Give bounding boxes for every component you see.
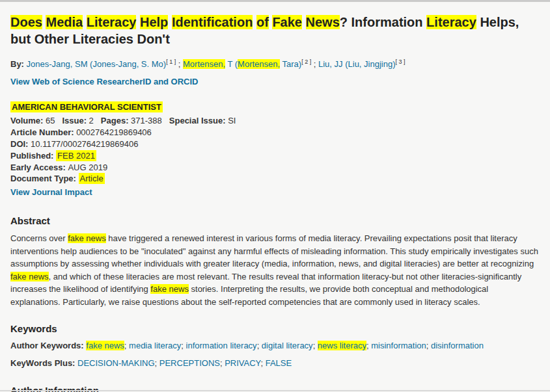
field-value: SI xyxy=(228,116,236,125)
text-segment: fake news xyxy=(68,233,106,243)
text-segment: Fake xyxy=(272,15,302,29)
text-segment: ; xyxy=(426,341,431,350)
text-segment: [ 2 ] xyxy=(301,59,311,65)
field-label: Article Number: xyxy=(10,127,76,137)
journal-field: Issue: 2 xyxy=(62,116,93,125)
researcherid-orcid-link[interactable]: View Web of Science ResearcherID and ORC… xyxy=(10,77,199,86)
author-link[interactable]: Mortensen, xyxy=(183,59,225,69)
field-value: FEB 2021 xyxy=(56,150,96,161)
field-value: 65 xyxy=(46,116,55,125)
field-value: AUG 2019 xyxy=(68,163,107,172)
text-segment: ; xyxy=(176,59,183,69)
journal-field: Pages: 371-388 xyxy=(101,116,162,125)
text-segment: ; xyxy=(313,341,318,350)
text-segment: Help xyxy=(140,15,168,29)
text-segment: fake news xyxy=(150,284,189,294)
text-segment: ; xyxy=(181,341,186,350)
author-link[interactable]: T ( xyxy=(225,59,238,69)
keyword-plus-link[interactable]: FALSE xyxy=(266,358,292,368)
text-segment xyxy=(302,15,306,29)
field-label: Pages: xyxy=(101,116,131,125)
text-segment: ? Information xyxy=(340,15,426,29)
field-value: 2 xyxy=(89,116,94,125)
keyword-plus-link[interactable]: DECISION-MAKING xyxy=(77,358,154,368)
text-segment: [ 3 ] xyxy=(396,59,406,65)
author-keyword-link[interactable]: misinformation xyxy=(371,341,426,350)
text-segment: Literacy xyxy=(426,15,476,29)
journal-field-rows: Article Number: 0002764219869406DOI: 10.… xyxy=(10,127,540,185)
text-segment: Does xyxy=(10,15,42,29)
journal-field: Special Issue: SI xyxy=(169,116,236,125)
text-segment: ; xyxy=(257,341,262,350)
keywords-plus-label: KeyWords Plus: xyxy=(10,358,77,368)
field-value: 0002764219869406 xyxy=(76,127,152,137)
author-keyword-link[interactable]: news literacy xyxy=(318,341,366,350)
author-keyword-link[interactable]: fake news xyxy=(86,341,124,350)
volume-issue-pages-row: Volume: 65Issue: 2Pages: 371-388Special … xyxy=(10,115,540,127)
journal-title: AMERICAN BEHAVIORAL SCIENTIST xyxy=(10,102,540,112)
author-keywords-list: fake news; media literacy; information l… xyxy=(86,341,484,350)
field-value: Article xyxy=(79,173,105,184)
text-segment: Concerns over xyxy=(10,233,68,243)
window-bottom-border xyxy=(0,390,550,391)
field-label: Issue: xyxy=(62,116,89,125)
abstract-section: Abstract Concerns over fake news have tr… xyxy=(10,215,540,308)
journal-field: Published: FEB 2021 xyxy=(10,150,540,162)
field-label: Published: xyxy=(10,151,56,161)
journal-field: Article Number: 0002764219869406 xyxy=(10,127,540,138)
abstract-heading: Abstract xyxy=(10,215,540,226)
journal-info-block: AMERICAN BEHAVIORAL SCIENTIST Volume: 65… xyxy=(10,102,540,198)
text-segment: Literacy xyxy=(87,15,137,29)
text-segment: [ 1 ] xyxy=(166,59,176,65)
author-link[interactable]: Jones-Jang, SM (Jones-Jang, S. Mo) xyxy=(27,59,167,69)
journal-title-text: AMERICAN BEHAVIORAL SCIENTIST xyxy=(10,101,163,112)
author-keywords-label: Author Keywords: xyxy=(10,341,86,350)
keyword-plus-link[interactable]: PERCEPTIONS xyxy=(159,358,220,368)
author-keyword-link[interactable]: digital literacy xyxy=(262,341,313,350)
abstract-text: Concerns over fake news have triggered a… xyxy=(10,232,540,308)
field-label: Volume: xyxy=(10,116,46,125)
text-segment: fake news xyxy=(10,272,49,281)
field-value: 371-388 xyxy=(131,116,162,125)
article-title: Does Media Literacy Help Identification … xyxy=(10,14,531,47)
field-label: Special Issue: xyxy=(169,116,228,125)
text-segment: ; xyxy=(155,358,159,368)
text-segment: Media xyxy=(46,15,83,29)
text-segment: of xyxy=(256,15,269,29)
keywords-heading: Keywords xyxy=(10,323,540,334)
text-segment: ; xyxy=(260,358,265,368)
author-link[interactable]: Mortensen, xyxy=(238,59,280,69)
article-record-page: Does Media Literacy Help Identification … xyxy=(0,2,550,392)
text-segment: By: xyxy=(10,59,27,69)
field-label: DOI: xyxy=(10,139,31,149)
keyword-plus-link[interactable]: PRIVACY xyxy=(225,358,260,368)
field-label: Document Type: xyxy=(10,174,79,183)
text-segment xyxy=(83,15,87,29)
journal-field: DOI: 10.1177/0002764219869406 xyxy=(10,138,540,150)
keywords-plus-list: DECISION-MAKING; PERCEPTIONS; PRIVACY; F… xyxy=(77,358,292,368)
author-link[interactable]: Tara) xyxy=(280,59,301,69)
text-segment: ; xyxy=(311,59,318,69)
field-label: Early Access: xyxy=(10,163,68,172)
author-keyword-link[interactable]: information literacy xyxy=(186,341,257,350)
author-keyword-link[interactable]: media literacy xyxy=(129,341,181,350)
authors-line: By: Jones-Jang, SM (Jones-Jang, S. Mo)[ … xyxy=(10,56,540,70)
keywords-section: Keywords Author Keywords: fake news; med… xyxy=(10,323,540,369)
journal-field: Document Type: Article xyxy=(10,173,540,185)
journal-field: Volume: 65 xyxy=(10,116,55,125)
author-keywords-line: Author Keywords: fake news; media litera… xyxy=(10,340,540,352)
keywords-plus-line: KeyWords Plus: DECISION-MAKING; PERCEPTI… xyxy=(10,358,540,369)
author-link[interactable]: Liu, JJ (Liu, Jingjing) xyxy=(318,59,396,69)
text-segment: News xyxy=(306,15,340,29)
text-segment: Identification xyxy=(172,15,253,29)
text-segment: ; xyxy=(124,341,129,350)
field-value: 10.1177/0002764219869406 xyxy=(31,139,138,149)
journal-field: Early Access: AUG 2019 xyxy=(10,162,540,174)
author-keyword-link[interactable]: disinformation xyxy=(431,341,484,350)
view-journal-impact-link[interactable]: View Journal Impact xyxy=(10,187,92,197)
